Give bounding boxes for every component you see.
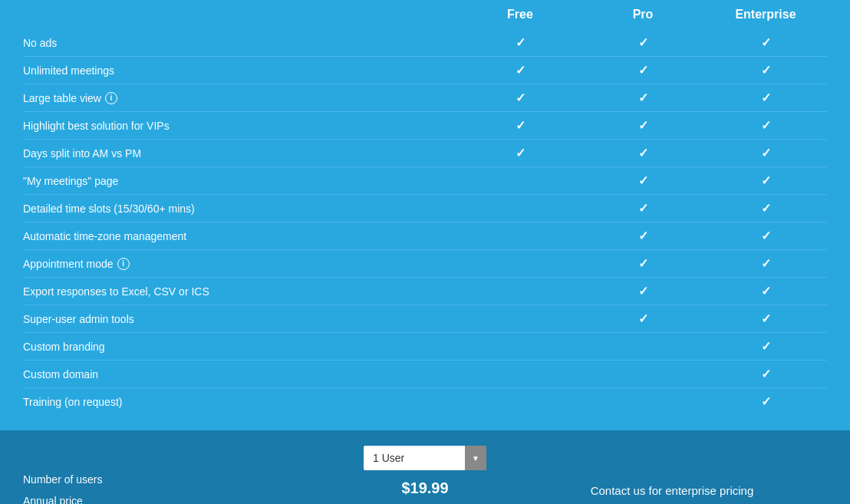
enterprise-check: [704, 118, 827, 133]
pro-check: [581, 146, 704, 160]
table-row: Large table viewi: [23, 84, 827, 111]
checkmark-icon: [638, 36, 648, 49]
pro-check: [581, 63, 704, 77]
checkmark-icon: [516, 147, 525, 160]
pro-check: [581, 91, 704, 105]
checkmark-icon: [638, 229, 648, 242]
pro-check: [581, 256, 704, 271]
table-row: No ads: [23, 29, 827, 56]
feature-name: Days split into AM vs PM: [23, 147, 459, 160]
checkmark-icon: [761, 202, 771, 215]
enterprise-check: [704, 173, 827, 188]
pro-check: [581, 118, 704, 133]
info-icon[interactable]: i: [117, 258, 130, 270]
feature-name: Appointment modei: [23, 258, 459, 270]
table-row: Detailed time slots (15/30/60+ mins): [23, 194, 827, 222]
pro-check: [581, 284, 704, 298]
main-container: Free Pro Enterprise No adsUnlimited meet…: [0, 0, 850, 504]
table-row: Automatic time-zone management: [23, 222, 827, 249]
free-check: [459, 35, 581, 50]
checkmark-icon: [516, 36, 525, 49]
feature-name: Training (on request): [23, 396, 459, 408]
annual-price-value: $19.99: [401, 479, 448, 497]
enterprise-col-header: Enterprise: [704, 8, 827, 21]
enterprise-check: [704, 394, 827, 409]
enterprise-contact-text: Contact us for enterprise pricing: [517, 484, 827, 497]
pro-col-header: Pro: [581, 8, 704, 21]
pro-check: [581, 311, 704, 326]
feature-name: Export responses to Excel, CSV or ICS: [23, 285, 459, 298]
number-of-users-label: Number of users: [23, 473, 333, 486]
info-icon[interactable]: i: [105, 92, 117, 104]
checkmark-icon: [761, 119, 771, 132]
enterprise-check: [704, 367, 827, 381]
enterprise-check: [704, 256, 827, 271]
checkmark-icon: [638, 147, 648, 160]
column-headers: Free Pro Enterprise: [23, 0, 827, 29]
free-check: [459, 91, 581, 105]
checkmark-icon: [638, 64, 648, 77]
feature-name: Highlight best solution for VIPs: [23, 120, 459, 132]
pricing-section: Number of users Annual price 1 User 2 Us…: [0, 430, 850, 504]
feature-name: Detailed time slots (15/30/60+ mins): [23, 203, 459, 215]
pro-check: [581, 35, 704, 50]
table-row: Appointment modei: [23, 249, 827, 277]
free-check: [459, 118, 581, 133]
table-row: Export responses to Excel, CSV or ICS: [23, 277, 827, 305]
table-row: Custom domain: [23, 360, 827, 387]
feature-name: Custom domain: [23, 368, 459, 380]
checkmark-icon: [761, 64, 771, 77]
checkmark-icon: [761, 312, 771, 325]
feature-name: Automatic time-zone management: [23, 230, 459, 242]
table-row: Days split into AM vs PM: [23, 139, 827, 166]
checkmark-icon: [761, 91, 771, 104]
checkmark-icon: [638, 312, 648, 325]
pricing-labels: Number of users Annual price: [23, 473, 333, 504]
checkmark-icon: [761, 367, 771, 380]
enterprise-check: [704, 339, 827, 354]
pricing-center: 1 User 2 Users 3 Users 5 Users 10 Users …: [348, 446, 502, 504]
checkmark-icon: [516, 91, 525, 104]
feature-name: "My meetings" page: [23, 175, 459, 187]
checkmark-icon: [638, 285, 648, 298]
pro-check: [581, 201, 704, 216]
pro-check: [581, 173, 704, 188]
checkmark-icon: [638, 91, 648, 104]
table-row: Highlight best solution for VIPs: [23, 111, 827, 139]
enterprise-check: [704, 146, 827, 160]
annual-price-label: Annual price: [23, 495, 333, 504]
checkmark-icon: [638, 174, 648, 187]
checkmark-icon: [761, 257, 771, 270]
free-check: [459, 63, 581, 77]
feature-col-header: [23, 8, 459, 21]
table-row: Super-user admin tools: [23, 305, 827, 332]
enterprise-check: [704, 284, 827, 298]
features-table: Free Pro Enterprise No adsUnlimited meet…: [0, 0, 850, 415]
checkmark-icon: [761, 147, 771, 160]
checkmark-icon: [638, 119, 648, 132]
enterprise-check: [704, 311, 827, 326]
table-row: Unlimited meetings: [23, 56, 827, 84]
table-row: Custom branding: [23, 332, 827, 360]
enterprise-check: [704, 229, 827, 243]
checkmark-icon: [761, 36, 771, 49]
checkmark-icon: [638, 257, 648, 270]
table-row: Training (on request): [23, 387, 827, 415]
checkmark-icon: [761, 174, 771, 187]
feature-name: Custom branding: [23, 341, 459, 353]
user-select-wrapper[interactable]: 1 User 2 Users 3 Users 5 Users 10 Users …: [364, 446, 486, 470]
checkmark-icon: [761, 340, 771, 353]
enterprise-check: [704, 201, 827, 216]
free-check: [459, 146, 581, 160]
free-col-header: Free: [459, 8, 581, 21]
checkmark-icon: [638, 202, 648, 215]
feature-name: Unlimited meetings: [23, 64, 459, 77]
user-select[interactable]: 1 User 2 Users 3 Users 5 Users 10 Users: [364, 446, 486, 470]
checkmark-icon: [761, 229, 771, 242]
enterprise-check: [704, 63, 827, 77]
feature-rows: No adsUnlimited meetingsLarge table view…: [23, 29, 827, 415]
checkmark-icon: [761, 285, 771, 298]
checkmark-icon: [516, 64, 525, 77]
feature-name: Super-user admin tools: [23, 313, 459, 325]
checkmark-icon: [516, 119, 525, 132]
